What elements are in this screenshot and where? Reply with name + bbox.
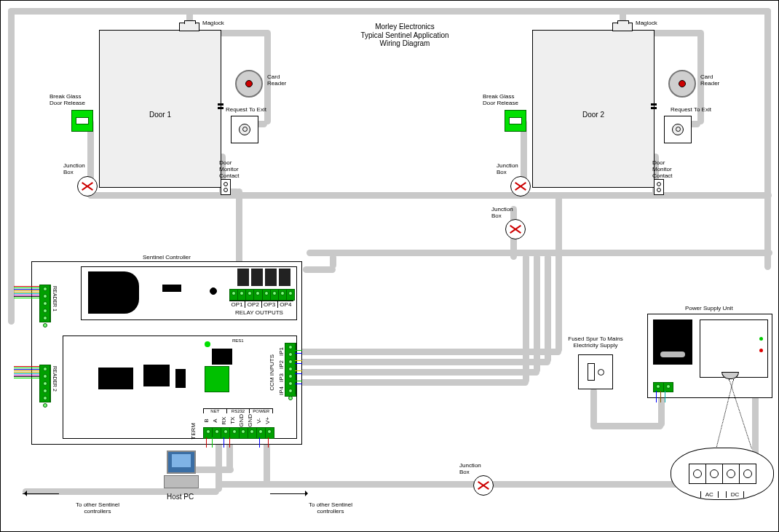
door2-breakglass-icon bbox=[505, 110, 526, 132]
wire bbox=[295, 350, 302, 351]
op3: OP3 bbox=[262, 301, 278, 308]
door2-rte-icon bbox=[664, 116, 692, 143]
door1-jbox-label: Junction Box bbox=[63, 162, 95, 175]
cable bbox=[590, 423, 663, 429]
psu-led-red-icon bbox=[759, 349, 763, 352]
pin-gnd2: GND bbox=[247, 414, 256, 427]
pin-vm: V- bbox=[256, 414, 264, 427]
door1-dmc-label: Door Monitor Contact bbox=[219, 159, 251, 180]
psu-terminal-detail: AC DC bbox=[671, 448, 774, 500]
connector-icon bbox=[205, 366, 229, 392]
pin-rx: RX bbox=[221, 414, 229, 427]
door1-maglock-icon bbox=[179, 23, 199, 31]
diagram-title: Morley Electronics Typical Sentinel Appl… bbox=[321, 23, 489, 48]
door1-handle-icon bbox=[218, 107, 224, 109]
cable bbox=[299, 369, 539, 376]
wire bbox=[660, 391, 661, 402]
ic-icon bbox=[143, 365, 170, 386]
wire bbox=[295, 381, 302, 381]
title-line1: Morley Electronics bbox=[375, 23, 435, 31]
cable bbox=[299, 359, 550, 365]
comm-groups: NET RS232 POWER bbox=[203, 408, 273, 413]
door1-jbox-icon bbox=[77, 176, 98, 196]
arrow-right bbox=[270, 493, 307, 495]
cable bbox=[764, 250, 771, 270]
transformer-icon bbox=[653, 319, 692, 365]
hostpc-icon bbox=[159, 450, 203, 491]
jbox3-label: Junction Box bbox=[491, 206, 523, 219]
wire bbox=[295, 363, 302, 364]
reader2-terminal bbox=[39, 365, 51, 402]
relay-ic-icon bbox=[162, 285, 181, 292]
wire bbox=[295, 353, 302, 354]
door2-maglock-icon bbox=[612, 23, 633, 31]
door2-maglock-label: Maglock bbox=[636, 20, 657, 26]
door2-handle-icon bbox=[651, 103, 657, 106]
comm-terminal bbox=[203, 427, 274, 439]
relay-icon bbox=[279, 269, 290, 286]
relay-output-labels: OP1 OP2 OP3 OP4 bbox=[229, 301, 293, 308]
ip1: IP1 bbox=[275, 343, 288, 356]
arrow-right-head bbox=[305, 491, 311, 496]
reader2-label: READER 2 bbox=[52, 366, 58, 392]
door1-handle-icon bbox=[218, 103, 224, 106]
cable bbox=[236, 188, 242, 265]
reader1-wires bbox=[14, 286, 39, 298]
cable bbox=[303, 266, 336, 273]
cable bbox=[590, 388, 597, 428]
arrow-left bbox=[23, 493, 59, 495]
dc-label: DC bbox=[731, 491, 740, 498]
ip4: IP4 bbox=[275, 382, 288, 395]
battery-icon bbox=[88, 271, 139, 314]
door2-label: Door 2 bbox=[582, 111, 604, 119]
reader1-label: READER 1 bbox=[52, 286, 58, 311]
door1-maglock-label: Maglock bbox=[202, 20, 224, 26]
op1: OP1 bbox=[229, 301, 245, 308]
spur-icon bbox=[578, 354, 613, 389]
op2: OP2 bbox=[245, 301, 261, 308]
rs232-label: RS232 bbox=[227, 408, 250, 413]
wire bbox=[268, 437, 269, 448]
ccm-pin-labels: IP1 IP2 IP3 IP4 bbox=[275, 343, 288, 395]
footnote-left: To other Sentinel controllers bbox=[65, 501, 130, 515]
ac-label: AC bbox=[705, 491, 713, 498]
psu-board bbox=[700, 319, 768, 378]
door1-cardreader-icon bbox=[235, 70, 263, 98]
door1-cardreader-label: Card Reader bbox=[267, 74, 296, 87]
wiring-diagram: Morley Electronics Typical Sentinel Appl… bbox=[0, 0, 779, 532]
wire bbox=[295, 384, 302, 384]
ip2: IP2 bbox=[275, 356, 288, 369]
term-label: TERM bbox=[190, 423, 197, 440]
door2-handle-icon bbox=[651, 107, 657, 109]
wire bbox=[212, 437, 213, 448]
door1-rte-icon bbox=[231, 116, 258, 143]
cable bbox=[658, 395, 665, 427]
cable bbox=[534, 254, 540, 373]
reader1-terminal bbox=[39, 285, 51, 322]
door1-breakglass-label: Break Glass Door Release bbox=[50, 93, 95, 106]
comm-pins: B A RX TX GND GND V- V+ bbox=[203, 414, 273, 427]
hostpc-label: Host PC bbox=[167, 493, 194, 501]
cable bbox=[652, 30, 703, 36]
ip3: IP3 bbox=[275, 369, 288, 382]
door1-label: Door 1 bbox=[149, 111, 171, 119]
wire bbox=[229, 437, 230, 448]
power-label: POWER bbox=[250, 408, 273, 413]
cable bbox=[219, 30, 270, 36]
title-line3: Wiring Diagram bbox=[380, 39, 430, 47]
wire bbox=[665, 391, 665, 402]
ic-icon bbox=[175, 369, 186, 388]
psu-label: Power Supply Unit bbox=[685, 305, 733, 311]
net-label: NET bbox=[203, 408, 227, 413]
ic-icon bbox=[212, 349, 232, 365]
door2-breakglass-label: Break Glass Door Release bbox=[483, 93, 528, 106]
cable bbox=[523, 254, 529, 384]
pin-gnd1: GND bbox=[238, 414, 247, 427]
wire bbox=[259, 437, 260, 448]
door2-rte-label: Request To Exit bbox=[671, 106, 711, 113]
controller-title: Sentinel Controller bbox=[143, 254, 191, 261]
footnote-right: To other Sentinel controllers bbox=[298, 501, 363, 515]
relay-icon bbox=[251, 269, 263, 286]
reader2-wires bbox=[14, 366, 39, 378]
cable bbox=[8, 8, 771, 15]
